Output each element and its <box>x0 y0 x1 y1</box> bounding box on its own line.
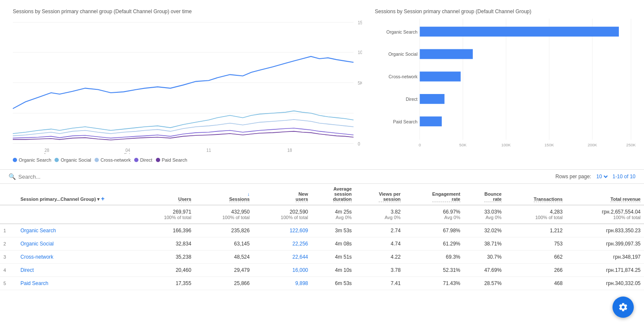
svg-rect-30 <box>420 49 473 59</box>
svg-text:5K: 5K <box>358 81 362 86</box>
col-users[interactable]: Users <box>136 184 195 205</box>
svg-text:150K: 150K <box>544 143 554 147</box>
svg-text:04: 04 <box>125 148 130 152</box>
svg-text:Organic Search: Organic Search <box>386 29 417 34</box>
row-users: 35,238 <box>136 251 195 264</box>
svg-text:Jan: Jan <box>43 153 50 154</box>
row-channel: Organic Search <box>17 224 136 237</box>
row-engagement: 69.3% <box>404 251 464 264</box>
row-rank: 1 <box>0 224 17 237</box>
row-users: 32,834 <box>136 237 195 251</box>
row-sessions: 25,866 <box>195 277 253 290</box>
row-avg-session: 4m 10s <box>311 264 355 277</box>
svg-text:18: 18 <box>287 148 292 152</box>
row-rank: 5 <box>0 277 17 290</box>
row-new-users: 22,644 <box>253 251 311 264</box>
svg-text:Feb: Feb <box>124 153 131 154</box>
row-transactions: 266 <box>505 264 566 277</box>
row-avg-session: 6m 53s <box>311 277 355 290</box>
svg-rect-36 <box>420 117 442 126</box>
row-new-users: 22,256 <box>253 237 311 251</box>
search-bar: 🔍 Rows per page: 10 25 50 1-10 of 10 <box>0 169 644 184</box>
row-sessions: 48,524 <box>195 251 253 264</box>
row-new-users: 16,000 <box>253 264 311 277</box>
table-row: 3 Cross-network 35,238 48,524 22,644 4m … <box>0 251 644 264</box>
svg-text:0: 0 <box>358 141 360 146</box>
row-transactions: 753 <box>505 237 566 251</box>
row-revenue: грн.340,332.05 <box>566 277 644 290</box>
row-bounce: 32.02% <box>464 224 505 237</box>
row-transactions: 662 <box>505 251 566 264</box>
legend-item-direct[interactable]: Direct <box>134 157 152 163</box>
svg-text:50K: 50K <box>459 143 467 147</box>
bar-chart-svg: 0 50K 100K 150K 200K 250K Organic Search… <box>375 18 635 154</box>
svg-text:250K: 250K <box>626 143 635 147</box>
row-avg-session: 3m 53s <box>311 224 355 237</box>
row-views-per: 4.74 <box>355 237 404 251</box>
line-chart-title: Sessions by Session primary channel grou… <box>13 9 362 14</box>
svg-rect-32 <box>420 71 461 81</box>
legend-item-paid-search[interactable]: Paid Search <box>156 157 187 163</box>
row-revenue: грн.833,350.23 <box>566 224 644 237</box>
row-channel: Cross-network <box>17 251 136 264</box>
row-new-users: 122,609 <box>253 224 311 237</box>
svg-text:0: 0 <box>419 143 421 147</box>
col-transactions[interactable]: Transactions <box>505 184 566 205</box>
search-input[interactable] <box>18 174 104 180</box>
svg-text:15K: 15K <box>358 20 362 25</box>
row-channel: Paid Search <box>17 277 136 290</box>
row-transactions: 468 <box>505 277 566 290</box>
channel-add-button[interactable]: + <box>101 195 104 202</box>
col-new-users[interactable]: Newusers <box>253 184 311 205</box>
row-rank: 4 <box>0 264 17 277</box>
svg-text:11: 11 <box>206 148 211 152</box>
rows-per-page-select[interactable]: 10 25 50 <box>595 173 609 180</box>
row-bounce: 28.57% <box>464 277 505 290</box>
row-users: 17,355 <box>136 277 195 290</box>
row-bounce: 30.7% <box>464 251 505 264</box>
svg-rect-34 <box>420 94 445 104</box>
pagination-info: 1-10 of 10 <box>612 174 635 180</box>
col-rank <box>0 184 17 205</box>
row-channel: Direct <box>17 264 136 277</box>
row-engagement: 71.43% <box>404 277 464 290</box>
row-rank: 2 <box>0 237 17 251</box>
row-views-per: 7.41 <box>355 277 404 290</box>
svg-text:100K: 100K <box>501 143 511 147</box>
col-sessions[interactable]: ↓ Sessions <box>195 184 253 205</box>
row-sessions: 63,145 <box>195 237 253 251</box>
channel-sort-arrow[interactable]: ▾ <box>97 197 100 202</box>
row-avg-session: 4m 08s <box>311 237 355 251</box>
legend-item-cross-network[interactable]: Cross-network <box>95 157 131 163</box>
row-transactions: 1,212 <box>505 224 566 237</box>
row-views-per: 4.22 <box>355 251 404 264</box>
row-engagement: 52.31% <box>404 264 464 277</box>
table-row: 5 Paid Search 17,355 25,866 9,898 6m 53s… <box>0 277 644 290</box>
col-views-per[interactable]: Views persession <box>355 184 404 205</box>
line-chart-svg: 15K 10K 5K 0 28 Jan 04 Feb 11 <box>13 18 362 154</box>
row-rank: 3 <box>0 251 17 264</box>
svg-text:Cross-network: Cross-network <box>388 74 418 79</box>
legend-item-organic-search[interactable]: Organic Search <box>13 157 51 163</box>
col-engagement[interactable]: Engagementrate <box>404 184 464 205</box>
row-engagement: 61.29% <box>404 237 464 251</box>
svg-text:10K: 10K <box>358 50 362 55</box>
col-bounce[interactable]: Bouncerate <box>464 184 505 205</box>
row-bounce: 38.71% <box>464 237 505 251</box>
row-avg-session: 4m 51s <box>311 251 355 264</box>
table-row: 2 Organic Social 32,834 63,145 22,256 4m… <box>0 237 644 251</box>
rows-per-page-label: Rows per page: <box>555 174 591 180</box>
row-sessions: 235,826 <box>195 224 253 237</box>
row-new-users: 9,898 <box>253 277 311 290</box>
chart-legend: Organic Search Organic Social Cross-netw… <box>13 154 362 165</box>
col-revenue[interactable]: Total revenue <box>566 184 644 205</box>
table-row: 1 Organic Search 166,396 235,826 122,609… <box>0 224 644 237</box>
row-views-per: 2.74 <box>355 224 404 237</box>
svg-text:Paid Search: Paid Search <box>393 119 418 124</box>
legend-item-organic-social[interactable]: Organic Social <box>55 157 91 163</box>
svg-text:Direct: Direct <box>406 97 418 102</box>
col-channel[interactable]: Session primary...Channel Group) ▾ + <box>17 184 136 205</box>
search-icon: 🔍 <box>9 173 16 180</box>
svg-text:28: 28 <box>44 148 49 152</box>
col-avg-session[interactable]: Averagesessionduration <box>311 184 355 205</box>
